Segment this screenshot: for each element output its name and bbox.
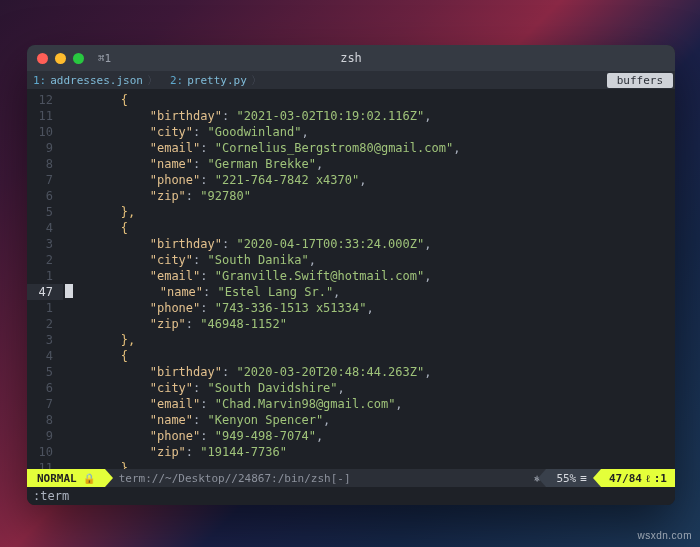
lock-icon: 🔒 [83, 473, 95, 484]
code-line: 10 "zip": "19144-7736" [27, 444, 675, 460]
gutter: 3 [27, 236, 63, 252]
gutter: 2 [27, 316, 63, 332]
code-text: { [63, 220, 128, 236]
code-text: }, [63, 332, 135, 348]
code-text: "city": "South Danika", [63, 252, 316, 268]
code-line: 11 }, [27, 460, 675, 469]
gutter: 5 [27, 364, 63, 380]
watermark: wsxdn.com [637, 530, 692, 541]
buffer-tab-2[interactable]: 2: pretty.py 〉 [164, 73, 268, 88]
code-text: "phone": "221-764-7842 x4370", [63, 172, 366, 188]
code-line: 7 "phone": "221-764-7842 x4370", [27, 172, 675, 188]
code-line: 11 "birthday": "2021-03-02T10:19:02.116Z… [27, 108, 675, 124]
gutter: 1 [27, 300, 63, 316]
status-bar: NORMAL 🔒 term://~/Desktop//24867:/bin/zs… [27, 469, 675, 487]
code-line: 5 "birthday": "2020-03-20T20:48:44.263Z"… [27, 364, 675, 380]
code-line: 4 { [27, 220, 675, 236]
code-line: 9 "phone": "949-498-7074", [27, 428, 675, 444]
code-text: "birthday": "2021-03-02T10:19:02.116Z", [63, 108, 431, 124]
separator-icon: ≡ [580, 472, 587, 485]
gutter: 11 [27, 108, 63, 124]
code-text: "phone": "949-498-7074", [63, 428, 323, 444]
gutter: 7 [27, 396, 63, 412]
buffer-path: term://~/Desktop//24867:/bin/zsh[-] [105, 469, 528, 487]
code-text: "birthday": "2020-04-17T00:33:24.000Z", [63, 236, 431, 252]
code-line: 9 "email": "Cornelius_Bergstrom80@gmail.… [27, 140, 675, 156]
titlebar: ⌘1 zsh [27, 45, 675, 71]
code-text: "phone": "743-336-1513 x51334", [63, 300, 374, 316]
gutter: 2 [27, 252, 63, 268]
terminal-window: ⌘1 zsh 1: addresses.json 〉 2: pretty.py … [27, 45, 675, 505]
gutter: 12 [27, 92, 63, 108]
chevron-right-icon: 〉 [251, 73, 262, 88]
editor-area[interactable]: 12 {11 "birthday": "2021-03-02T10:19:02.… [27, 89, 675, 469]
buffer-bar: 1: addresses.json 〉 2: pretty.py 〉 buffe… [27, 71, 675, 89]
cursor [65, 284, 73, 298]
buffers-label[interactable]: buffers [607, 73, 673, 88]
gutter: 4 [27, 348, 63, 364]
code-text: { [63, 348, 128, 364]
buffer-number: 1: [33, 74, 46, 87]
code-text: "name": "Kenyon Spencer", [63, 412, 330, 428]
chevron-right-icon: 〉 [147, 73, 158, 88]
code-text: "email": "Chad.Marvin98@gmail.com", [63, 396, 403, 412]
code-line: 8 "name": "Kenyon Spencer", [27, 412, 675, 428]
code-line: 2 "zip": "46948-1152" [27, 316, 675, 332]
code-line: 1 "email": "Granville.Swift@hotmail.com"… [27, 268, 675, 284]
zoom-icon[interactable] [73, 53, 84, 64]
traffic-lights [37, 53, 84, 64]
gutter: 10 [27, 444, 63, 460]
code-text: "email": "Cornelius_Bergstrom80@gmail.co… [63, 140, 460, 156]
gutter: 11 [27, 460, 63, 469]
line-icon: ℓ [646, 473, 650, 484]
code-line: 1 "phone": "743-336-1513 x51334", [27, 300, 675, 316]
gutter: 8 [27, 156, 63, 172]
gutter: 6 [27, 188, 63, 204]
gutter: 5 [27, 204, 63, 220]
code-line: 7 "email": "Chad.Marvin98@gmail.com", [27, 396, 675, 412]
code-text: }, [63, 460, 135, 469]
gutter: 47 [27, 284, 63, 300]
code-line: 10 "city": "Goodwinland", [27, 124, 675, 140]
code-text: "city": "Goodwinland", [63, 124, 309, 140]
code-text: { [63, 92, 128, 108]
code-text: }, [63, 204, 135, 220]
code-text: "birthday": "2020-03-20T20:48:44.263Z", [63, 364, 431, 380]
mode-indicator: NORMAL 🔒 [27, 469, 105, 487]
code-text: "zip": "46948-1152" [63, 316, 287, 332]
buffer-name: addresses.json [50, 74, 143, 87]
code-line: 47 "name": "Estel Lang Sr.", [27, 284, 675, 300]
buffer-number: 2: [170, 74, 183, 87]
code-text: "city": "South Davidshire", [63, 380, 345, 396]
column-label: :1 [654, 472, 667, 485]
tab-label[interactable]: ⌘1 [98, 52, 111, 65]
gutter: 6 [27, 380, 63, 396]
minimize-icon[interactable] [55, 53, 66, 64]
code-line: 4 { [27, 348, 675, 364]
code-line: 6 "city": "South Davidshire", [27, 380, 675, 396]
code-line: 5 }, [27, 204, 675, 220]
percent-label: 55% [556, 472, 576, 485]
code-line: 3 "birthday": "2020-04-17T00:33:24.000Z"… [27, 236, 675, 252]
code-line: 8 "name": "German Brekke", [27, 156, 675, 172]
gutter: 10 [27, 124, 63, 140]
code-text: "zip": "92780" [63, 188, 251, 204]
mode-label: NORMAL [37, 472, 77, 485]
position-label: 47/84 [609, 472, 642, 485]
code-text: "name": "German Brekke", [63, 156, 323, 172]
close-icon[interactable] [37, 53, 48, 64]
buffer-tab-1[interactable]: 1: addresses.json 〉 [27, 73, 164, 88]
gutter: 8 [27, 412, 63, 428]
code-line: 3 }, [27, 332, 675, 348]
command-line[interactable]: :term [27, 487, 675, 505]
gutter: 1 [27, 268, 63, 284]
code-text: "name": "Estel Lang Sr.", [73, 284, 340, 300]
cursor-position: 47/84 ℓ :1 [601, 469, 675, 487]
gutter: 3 [27, 332, 63, 348]
code-line: 12 { [27, 92, 675, 108]
gutter: 7 [27, 172, 63, 188]
gutter: 9 [27, 428, 63, 444]
gutter: 4 [27, 220, 63, 236]
code-text: "zip": "19144-7736" [63, 444, 287, 460]
gutter: 9 [27, 140, 63, 156]
